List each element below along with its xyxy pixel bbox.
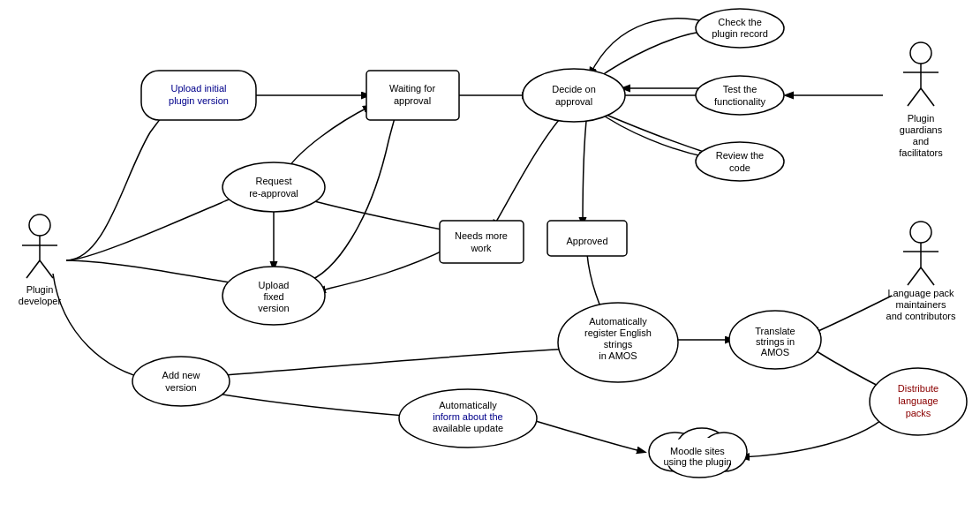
arrow-decide-to-check bbox=[596, 31, 706, 79]
svg-text:Automatically: Automatically bbox=[589, 316, 647, 327]
svg-line-3 bbox=[26, 260, 40, 278]
translate-strings-node: Translate strings in AMOS bbox=[729, 311, 821, 369]
arrow-needs-to-reapproval bbox=[305, 199, 441, 229]
svg-text:Approved: Approved bbox=[566, 236, 607, 246]
svg-text:Needs more: Needs more bbox=[455, 230, 508, 241]
svg-text:plugin version: plugin version bbox=[169, 95, 229, 106]
approved-node: Approved bbox=[547, 221, 627, 256]
svg-text:guardians: guardians bbox=[900, 124, 943, 135]
svg-text:strings: strings bbox=[604, 339, 633, 350]
svg-text:Add new: Add new bbox=[162, 370, 200, 380]
waiting-approval-node: Waiting for approval bbox=[366, 71, 459, 120]
arrow-dev-to-addnew bbox=[53, 274, 150, 380]
auto-register-node: Automatically register English strings i… bbox=[558, 303, 678, 382]
svg-text:Review the: Review the bbox=[716, 150, 764, 161]
arrow-addnew-to-inform bbox=[212, 393, 415, 417]
svg-text:Distribute: Distribute bbox=[898, 383, 939, 394]
svg-line-18 bbox=[921, 267, 934, 285]
arrow-distribute-to-moodle bbox=[742, 410, 892, 457]
svg-text:Request: Request bbox=[256, 176, 292, 186]
svg-line-4 bbox=[40, 260, 53, 278]
svg-text:re-approval: re-approval bbox=[249, 188, 298, 199]
arrow-dev-to-upload bbox=[66, 97, 185, 260]
svg-text:approval: approval bbox=[394, 95, 431, 106]
arrow-decide-to-needs bbox=[493, 113, 565, 228]
arrow-check-to-decide bbox=[590, 19, 706, 75]
svg-text:Decide on: Decide on bbox=[552, 84, 596, 94]
svg-text:Translate: Translate bbox=[755, 326, 795, 336]
arrow-reapproval-to-waiting bbox=[287, 106, 371, 169]
arrow-needs-to-fixed bbox=[318, 247, 450, 291]
auto-inform-node: Automatically inform about the available… bbox=[399, 389, 537, 448]
svg-text:strings in: strings in bbox=[756, 336, 795, 347]
svg-line-10 bbox=[921, 88, 934, 106]
svg-point-6 bbox=[910, 42, 931, 64]
langpack-maintainers-node: Language pack maintainers and contributo… bbox=[886, 222, 956, 321]
svg-text:Moodle sites: Moodle sites bbox=[670, 446, 725, 456]
plugin-developer-node: Plugin developer bbox=[19, 214, 62, 306]
svg-text:Upload: Upload bbox=[259, 280, 290, 290]
svg-text:AMOS: AMOS bbox=[761, 347, 789, 357]
request-reapproval-node: Request re-approval bbox=[222, 162, 325, 212]
add-new-version-node: Add new version bbox=[132, 357, 230, 406]
svg-line-9 bbox=[908, 88, 921, 106]
upload-fixed-node: Upload fixed version bbox=[222, 267, 325, 325]
svg-text:code: code bbox=[729, 162, 750, 173]
svg-text:fixed: fixed bbox=[263, 291, 283, 302]
svg-text:version: version bbox=[165, 382, 196, 393]
distribute-packs-node: Distribute language packs bbox=[870, 368, 967, 435]
svg-text:version: version bbox=[258, 303, 289, 313]
svg-point-0 bbox=[29, 214, 50, 236]
needs-more-work-node: Needs more work bbox=[440, 221, 524, 263]
plugin-guardians-label: Plugin bbox=[908, 113, 935, 124]
svg-text:inform about the: inform about the bbox=[433, 411, 503, 422]
svg-text:in AMOS: in AMOS bbox=[599, 350, 637, 361]
plugin-developer-label: Plugin bbox=[26, 284, 54, 295]
svg-text:developer: developer bbox=[19, 296, 62, 306]
svg-text:facilitators: facilitators bbox=[899, 147, 943, 158]
check-plugin-node: Check the plugin record bbox=[696, 9, 784, 48]
langpack-label-3: and contributors bbox=[886, 311, 956, 321]
svg-text:register English: register English bbox=[584, 327, 652, 338]
langpack-label-1: Language pack bbox=[887, 288, 954, 298]
svg-text:Test the: Test the bbox=[723, 84, 758, 94]
svg-text:Automatically: Automatically bbox=[439, 400, 497, 410]
svg-text:Check the: Check the bbox=[718, 17, 762, 27]
svg-text:functionality: functionality bbox=[714, 96, 766, 107]
decide-approval-node: Decide on approval bbox=[523, 69, 625, 122]
arrow-decide-to-approved bbox=[583, 113, 587, 225]
svg-text:packs: packs bbox=[906, 408, 931, 418]
svg-text:available update: available update bbox=[433, 423, 503, 433]
svg-line-17 bbox=[908, 267, 921, 285]
arrow-maintainers-to-translate bbox=[812, 296, 892, 334]
plugin-guardians-node: Plugin guardians and facilitators bbox=[899, 42, 943, 158]
svg-text:Waiting for: Waiting for bbox=[389, 83, 436, 94]
svg-text:approval: approval bbox=[555, 96, 592, 107]
svg-text:and: and bbox=[913, 136, 929, 147]
review-code-node: Review the code bbox=[696, 142, 784, 181]
langpack-label-2: maintainers bbox=[896, 299, 946, 310]
svg-text:work: work bbox=[470, 243, 492, 253]
test-functionality-node: Test the functionality bbox=[696, 76, 784, 115]
svg-text:plugin record: plugin record bbox=[712, 28, 768, 39]
upload-initial-node: Upload initial plugin version bbox=[141, 71, 256, 120]
svg-text:language: language bbox=[898, 395, 938, 406]
arrow-inform-to-moodle bbox=[530, 419, 645, 452]
svg-text:Upload initial: Upload initial bbox=[171, 83, 227, 94]
moodle-sites-node: Moodle sites using the plugin bbox=[649, 428, 747, 478]
svg-text:using the plugin: using the plugin bbox=[663, 456, 731, 467]
svg-point-14 bbox=[910, 222, 931, 243]
arrow-review-to-decide bbox=[596, 110, 706, 153]
arrow-addnew-to-register bbox=[225, 349, 569, 375]
